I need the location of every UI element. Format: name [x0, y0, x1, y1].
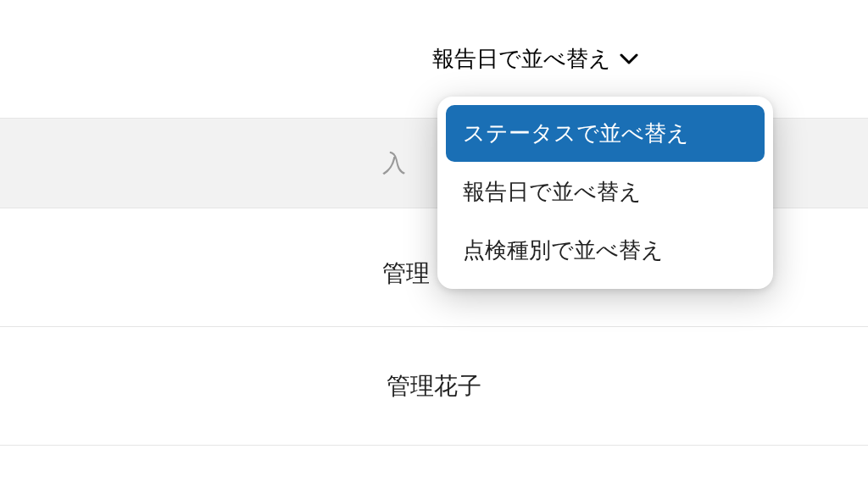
dropdown-item-status[interactable]: ステータスで並べ替え — [446, 105, 765, 162]
dropdown-item-label: 報告日で並べ替え — [463, 179, 642, 204]
table-row[interactable]: 管理花子 — [0, 327, 868, 446]
table-row[interactable] — [0, 446, 868, 488]
dropdown-item-report-date[interactable]: 報告日で並べ替え — [446, 164, 765, 220]
shaded-row-text: 入 — [382, 147, 406, 180]
chevron-down-icon — [620, 53, 638, 65]
dropdown-item-label: 点検種別で並べ替え — [463, 237, 664, 263]
dropdown-item-inspection-type[interactable]: 点検種別で並べ替え — [446, 222, 765, 279]
row-label: 管理花子 — [387, 370, 481, 402]
row-label: 管理 — [382, 258, 430, 290]
sort-trigger[interactable]: 報告日で並べ替え — [432, 44, 638, 74]
sort-dropdown: ステータスで並べ替え 報告日で並べ替え 点検種別で並べ替え — [437, 97, 773, 289]
dropdown-item-label: ステータスで並べ替え — [463, 120, 689, 146]
sort-trigger-label: 報告日で並べ替え — [432, 44, 611, 74]
